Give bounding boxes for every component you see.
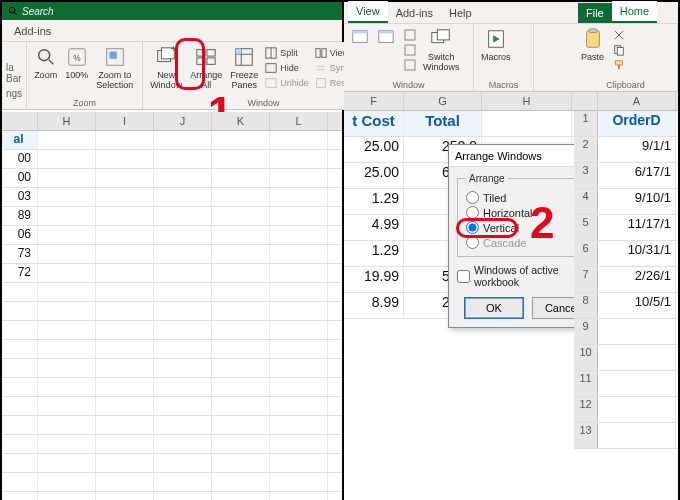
arrange-windows-dialog: Arrange Windows ? ✕ Arrange Tiled Horizo… [448, 144, 574, 328]
title-bar: Search [2, 2, 342, 20]
row-header[interactable]: 6 [574, 241, 598, 266]
cell[interactable]: 72 [2, 264, 38, 282]
window-thumb-1[interactable] [348, 26, 372, 74]
row-header[interactable]: 1 [574, 111, 598, 136]
col-header[interactable]: H [482, 92, 572, 110]
row-header[interactable]: 2 [574, 137, 598, 162]
cell[interactable]: 89 [2, 207, 38, 225]
svg-rect-14 [207, 58, 215, 64]
cell-header[interactable]: Total [404, 111, 482, 136]
radio-vertical[interactable]: Vertical [466, 220, 574, 235]
select-all-corner[interactable] [574, 92, 598, 110]
row-header[interactable]: 5 [574, 215, 598, 240]
tab-help[interactable]: Help [441, 3, 480, 23]
cell-header[interactable]: t Cost [344, 111, 404, 136]
zoom-100-button[interactable]: % 100% [62, 44, 91, 92]
row-header[interactable]: 7 [574, 267, 598, 292]
col-header[interactable]: H [38, 112, 96, 130]
row-header[interactable]: 4 [574, 189, 598, 214]
split-button[interactable]: Split [263, 46, 311, 60]
cell[interactable]: 9/10/1 [598, 189, 676, 214]
worksheet-grid-mid[interactable]: F G H t CostTotal25.00250.025.00625.01.2… [344, 92, 574, 500]
macros-button[interactable]: Macros [478, 26, 514, 64]
col-header[interactable]: L [270, 112, 328, 130]
cancel-button[interactable]: Cancel [532, 297, 574, 319]
cell[interactable]: 00 [2, 169, 38, 187]
side-by-side-icon [315, 47, 327, 59]
row-header[interactable]: 3 [574, 163, 598, 188]
svg-rect-24 [322, 49, 326, 58]
zoom-to-selection-button[interactable]: Zoom to Selection [93, 44, 136, 92]
search-placeholder[interactable]: Search [22, 6, 54, 17]
switch-windows-button[interactable]: Switch Windows [420, 26, 463, 74]
worksheet-grid-left[interactable]: H I J K L al00000389067372 [2, 112, 342, 500]
cell[interactable]: 6/17/1 [598, 163, 676, 188]
col-header[interactable]: I [96, 112, 154, 130]
row-header[interactable]: 9 [574, 319, 598, 344]
cell[interactable]: 25.00 [344, 137, 404, 162]
radio-cascade[interactable]: Cascade [466, 235, 574, 250]
format-painter-button[interactable] [611, 58, 627, 72]
paste-button[interactable]: Paste [578, 26, 607, 72]
window-icon [351, 28, 369, 46]
cell[interactable]: 73 [2, 245, 38, 263]
copy-button[interactable] [611, 43, 627, 57]
cell[interactable]: 8.99 [344, 293, 404, 318]
col-header[interactable]: K [212, 112, 270, 130]
tab-addins[interactable]: Add-ins [6, 21, 59, 41]
radio-tiled[interactable]: Tiled [466, 190, 574, 205]
cell[interactable]: 06 [2, 226, 38, 244]
row-header[interactable]: 8 [574, 293, 598, 318]
select-all-corner[interactable] [2, 112, 38, 130]
window-mini-3[interactable] [402, 58, 418, 72]
cell[interactable]: 11/17/1 [598, 215, 676, 240]
cell[interactable]: 00 [2, 150, 38, 168]
cell[interactable]: 2/26/1 [598, 267, 676, 292]
cell[interactable]: 1.29 [344, 241, 404, 266]
svg-rect-11 [197, 50, 205, 56]
row-header[interactable]: 10 [574, 345, 598, 370]
cell[interactable]: 10/31/1 [598, 241, 676, 266]
hide-button[interactable]: Hide [263, 61, 311, 75]
cell[interactable]: 4.99 [344, 215, 404, 240]
tab-file[interactable]: File [578, 3, 612, 23]
checkbox-active-workbook[interactable]: Windows of active workbook [457, 263, 574, 289]
col-header[interactable]: J [154, 112, 212, 130]
zoom-button[interactable]: Zoom [31, 44, 60, 92]
tab-view[interactable]: View [348, 1, 388, 23]
new-window-button[interactable]: + New Window [147, 44, 185, 92]
sync-scroll-icon [315, 62, 327, 74]
row-header[interactable]: 12 [574, 397, 598, 422]
window-mini-1[interactable] [402, 28, 418, 42]
col-header[interactable]: A [598, 92, 676, 110]
cell[interactable]: 03 [2, 188, 38, 206]
cell[interactable]: al [2, 131, 38, 149]
cell[interactable]: 25.00 [344, 163, 404, 188]
svg-rect-42 [618, 65, 620, 69]
col-header[interactable]: F [344, 92, 404, 110]
svg-rect-32 [405, 60, 415, 70]
cell[interactable]: 19.99 [344, 267, 404, 292]
row-header[interactable]: 13 [574, 423, 598, 448]
split-icon [265, 47, 277, 59]
freeze-panes-button[interactable]: Freeze Panes [227, 44, 261, 92]
arrange-all-button[interactable]: Arrange All [187, 44, 225, 92]
new-window-icon: + [155, 46, 177, 68]
cell[interactable]: 1.29 [344, 189, 404, 214]
row-header[interactable]: 11 [574, 371, 598, 396]
cell-header[interactable]: OrderD [598, 111, 676, 136]
cell[interactable]: 10/5/1 [598, 293, 676, 318]
col-header[interactable]: G [404, 92, 482, 110]
cell[interactable]: 9/1/1 [598, 137, 676, 162]
tab-addins[interactable]: Add-ins [388, 3, 441, 23]
cut-button[interactable] [611, 28, 627, 42]
worksheet-grid-right[interactable]: A 1OrderD29/1/136/17/149/10/1511/17/1610… [574, 92, 678, 500]
zoom-selection-icon [104, 46, 126, 68]
ok-button[interactable]: OK [464, 297, 524, 319]
window-mini-2[interactable] [402, 43, 418, 57]
window-thumb-2[interactable] [374, 26, 398, 74]
svg-rect-25 [316, 79, 325, 88]
tab-home[interactable]: Home [612, 1, 657, 23]
svg-line-3 [48, 60, 53, 65]
radio-horizontal[interactable]: Horizontal [466, 205, 574, 220]
